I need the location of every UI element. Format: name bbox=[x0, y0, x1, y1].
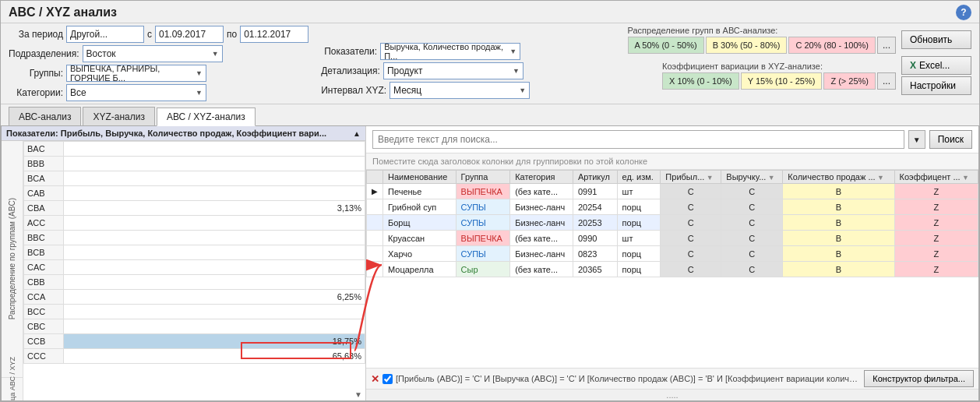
matrix-row[interactable]: CAC bbox=[24, 260, 365, 275]
filter-x-btn[interactable]: ✕ bbox=[371, 374, 379, 384]
matrix-row[interactable]: BBC bbox=[24, 231, 365, 245]
xyz-interval-select[interactable]: Месяц▼ bbox=[390, 82, 530, 99]
settings-button[interactable]: Настройки bbox=[901, 76, 971, 95]
matrix-row-label: CAC bbox=[24, 260, 64, 275]
matrix-row-value bbox=[63, 275, 365, 290]
cell-category: Бизнес-ланч bbox=[510, 199, 573, 215]
data-row[interactable]: Грибной супСУПЫБизнес-ланч20254порцCCBZ bbox=[367, 199, 978, 215]
col-header-name[interactable]: Наименование bbox=[383, 171, 457, 184]
matrix-row-label: BBC bbox=[24, 231, 64, 245]
cell-unit: порц bbox=[617, 199, 661, 215]
cell-qty: B bbox=[783, 246, 894, 262]
matrix-row[interactable]: CBC bbox=[24, 319, 365, 334]
matrix-row[interactable]: CBA3,13% bbox=[24, 201, 365, 216]
matrix-row[interactable]: CCA6,25% bbox=[24, 290, 365, 305]
matrix-row[interactable]: BCB bbox=[24, 245, 365, 260]
col-header-article[interactable]: Артикул bbox=[573, 171, 617, 184]
cell-revenue: C bbox=[721, 246, 783, 262]
categories-label: Категории: bbox=[9, 87, 63, 98]
matrix-row-label: CCA bbox=[24, 290, 64, 305]
data-row[interactable]: МоцареллаСыр(без кате...20365порцCCBZ bbox=[367, 262, 978, 277]
matrix-row-label: CBA bbox=[24, 201, 64, 216]
col-header-unit[interactable]: ед. изм. bbox=[617, 171, 661, 184]
data-row[interactable]: БорщСУПЫБизнес-ланч20253порцCCBZ bbox=[367, 215, 978, 231]
data-row[interactable]: ▶ПеченьеВЫПЕЧКА(без кате...0991штCCBZ bbox=[367, 184, 978, 199]
filter-checkbox[interactable] bbox=[382, 374, 393, 384]
matrix-row-value bbox=[63, 245, 365, 260]
cell-name: Моцарелла bbox=[383, 262, 457, 277]
matrix-row-label: CCC bbox=[24, 349, 64, 364]
search-dropdown-btn[interactable]: ▼ bbox=[908, 130, 925, 149]
col-header-category[interactable]: Категория bbox=[510, 171, 573, 184]
cell-coeff: Z bbox=[894, 215, 978, 231]
tab-abc[interactable]: АВС-анализ bbox=[9, 107, 81, 125]
matrix-row-value bbox=[63, 216, 365, 231]
matrix-row-value bbox=[63, 260, 365, 275]
col-header-coeff[interactable]: Коэффицент ... ▼ bbox=[894, 171, 978, 184]
matrix-row[interactable]: ACC bbox=[24, 216, 365, 231]
distribution-title: Распределение групп в АВС-анализе: bbox=[628, 26, 896, 35]
dots-bar: ..... bbox=[366, 389, 978, 400]
tab-xyz[interactable]: XYZ-анализ bbox=[83, 107, 155, 125]
help-icon[interactable]: ? bbox=[956, 5, 971, 20]
tab-abcxyz[interactable]: АВС / XYZ-анализ bbox=[157, 108, 256, 126]
matrix-row-label: BCB bbox=[24, 245, 64, 260]
matrix-row-label: CBB bbox=[24, 275, 64, 290]
scroll-down-icon[interactable]: ▼ bbox=[354, 390, 362, 399]
search-button[interactable]: Поиск bbox=[929, 130, 972, 149]
from-date[interactable]: 01.09.2017 bbox=[155, 26, 224, 43]
matrix-row[interactable]: BBB bbox=[24, 157, 365, 171]
col-header-profit[interactable]: Прибыл... ▼ bbox=[661, 171, 721, 184]
sort-icon-revenue: ▼ bbox=[766, 174, 774, 182]
col-header-arrow[interactable] bbox=[367, 171, 383, 184]
divisions-select[interactable]: Восток▼ bbox=[83, 45, 223, 62]
categories-select[interactable]: Все▼ bbox=[66, 84, 206, 101]
cell-profit: C bbox=[661, 231, 721, 246]
excel-button[interactable]: X Excel... bbox=[901, 56, 971, 75]
coeff-title: Коэффициент вариации в XYZ-анализе: bbox=[662, 62, 896, 71]
col-header-revenue[interactable]: Выручку... ▼ bbox=[721, 171, 783, 184]
coeff-x-badge: X 10% (0 - 10%) bbox=[662, 72, 739, 90]
cell-revenue: C bbox=[721, 199, 783, 215]
group-by-bar: Поместите сюда заголовок колонки для гру… bbox=[366, 153, 978, 170]
dist-more-btn[interactable]: ... bbox=[877, 37, 896, 54]
metrics-select[interactable]: Выручка, Количество продаж, П...▼ bbox=[380, 43, 520, 60]
cell-coeff: Z bbox=[894, 262, 978, 277]
to-date[interactable]: 01.12.2017 bbox=[240, 26, 308, 43]
matrix-row[interactable]: BAC bbox=[24, 142, 365, 157]
period-select[interactable]: Другой... bbox=[66, 26, 144, 43]
cell-name: Грибной суп bbox=[383, 199, 457, 215]
groups-label: Группы: bbox=[9, 68, 63, 79]
matrix-row-label: CCB bbox=[24, 334, 64, 349]
v-label-xyz: Матрица АВС / XYZ bbox=[2, 377, 23, 400]
matrix-row[interactable]: BCC bbox=[24, 305, 365, 319]
cell-profit: C bbox=[661, 199, 721, 215]
scroll-up-icon[interactable]: ▲ bbox=[353, 129, 361, 138]
groups-select[interactable]: ВЫПЕЧКА, ГАРНИРЫ, ГОРЯЧИЕ Б...▼ bbox=[66, 65, 206, 82]
search-input[interactable] bbox=[372, 130, 904, 149]
detail-select[interactable]: Продукт▼ bbox=[383, 62, 523, 79]
cell-article: 20365 bbox=[573, 262, 617, 277]
cell-profit: C bbox=[661, 262, 721, 277]
cell-arrow: ▶ bbox=[367, 184, 383, 199]
data-row[interactable]: КруассанВЫПЕЧКА(без кате...0990штCCBZ bbox=[367, 231, 978, 246]
data-row[interactable]: ХарчоСУПЫБизнес-ланч0823порцCCBZ bbox=[367, 246, 978, 262]
matrix-row-value bbox=[63, 186, 365, 201]
col-header-group[interactable]: Группа bbox=[456, 171, 510, 184]
coeff-more-btn[interactable]: ... bbox=[877, 72, 896, 90]
matrix-row[interactable]: BCA bbox=[24, 171, 365, 186]
matrix-row[interactable]: CCB18,75% bbox=[24, 334, 365, 349]
matrix-row[interactable]: CBB bbox=[24, 275, 365, 290]
data-table: НаименованиеГруппаКатегорияАртикулед. из… bbox=[366, 170, 978, 277]
matrix-row[interactable]: CCC65,63% bbox=[24, 349, 365, 364]
col-header-qty[interactable]: Количество продаж ... ▼ bbox=[783, 171, 894, 184]
cell-arrow bbox=[367, 246, 383, 262]
matrix-row-label: BCA bbox=[24, 171, 64, 186]
matrix-row[interactable]: CAB bbox=[24, 186, 365, 201]
cell-group: ВЫПЕЧКА bbox=[456, 231, 510, 246]
refresh-button[interactable]: Обновить bbox=[901, 30, 971, 49]
filter-builder-btn[interactable]: Конструктор фильтра... bbox=[864, 370, 974, 387]
cell-arrow bbox=[367, 199, 383, 215]
cell-profit: C bbox=[661, 215, 721, 231]
metrics-label: Показатели: bbox=[321, 46, 377, 57]
